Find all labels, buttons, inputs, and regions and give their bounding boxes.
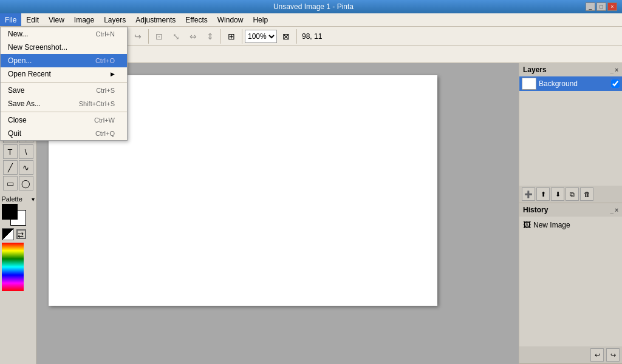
palette-section: Palette ▾ ⇄ xyxy=(2,195,35,291)
layers-panel: Layers _ × Background ➕ ⬆ ⬇ ⧉ 🗑 xyxy=(519,63,622,203)
menu-file[interactable]: File xyxy=(0,13,21,26)
palette-header: Palette ▾ xyxy=(2,195,35,203)
menu-image[interactable]: Image xyxy=(69,13,99,26)
menu-new-screenshot[interactable]: New Screenshot... xyxy=(1,41,127,54)
title-bar-title: Unsaved Image 1 - Pinta xyxy=(273,2,354,11)
menu-quit[interactable]: Quit Ctrl+Q xyxy=(1,127,127,140)
tool-row-7: ╱ ∿ xyxy=(3,160,33,175)
history-panel-minimize[interactable]: _ xyxy=(610,207,614,214)
menu-open-recent[interactable]: Open Recent xyxy=(1,67,127,81)
menu-close[interactable]: Close Ctrl+W xyxy=(1,113,127,127)
move-layer-down-button[interactable]: ⬇ xyxy=(551,187,564,201)
ellipse-tool[interactable]: ◯ xyxy=(19,176,33,190)
history-panel: History _ × 🖼 New Image ↩ ↪ xyxy=(519,203,622,364)
crop-button[interactable]: ⊡ xyxy=(151,29,167,44)
layer-toolbar: ➕ ⬆ ⬇ ⧉ 🗑 xyxy=(519,186,622,203)
history-panel-close[interactable]: × xyxy=(615,207,618,214)
menu-save-as-shortcut: Shift+Ctrl+S xyxy=(79,100,115,107)
layer-thumbnail xyxy=(522,78,536,90)
move-layer-up-button[interactable]: ⬆ xyxy=(536,187,550,201)
swap-colors-btn[interactable]: ⇄ xyxy=(16,229,26,239)
menu-bar: File Edit View Image Layers Adjustments … xyxy=(0,13,622,27)
menu-effects[interactable]: Effects xyxy=(180,13,212,26)
duplicate-layer-button[interactable]: ⧉ xyxy=(566,187,579,201)
menu-close-label: Close xyxy=(8,116,27,124)
toolbar-sep-3 xyxy=(148,29,149,44)
fullscreen-button[interactable]: ⊞ xyxy=(224,29,239,44)
redo-history-button[interactable]: ↪ xyxy=(606,348,620,362)
zoom-fit-button[interactable]: ⊠ xyxy=(278,29,294,44)
rect-shape-tool[interactable]: ▭ xyxy=(3,176,18,190)
menu-edit[interactable]: Edit xyxy=(21,13,44,26)
bezier-tool[interactable]: \ xyxy=(19,144,33,159)
resize-button[interactable]: ⤡ xyxy=(168,29,184,44)
delete-layer-button[interactable]: 🗑 xyxy=(580,187,593,201)
palette-label: Palette xyxy=(2,195,22,203)
layer-visibility-checkbox[interactable] xyxy=(611,79,620,88)
menu-open-recent-label: Open Recent xyxy=(8,70,51,78)
layer-name: Background xyxy=(539,79,609,88)
menu-new-label: New... xyxy=(8,30,28,38)
title-bar-controls[interactable]: _ □ × xyxy=(586,2,617,11)
layers-panel-header: Layers _ × xyxy=(519,63,622,76)
undo-history-button[interactable]: ↩ xyxy=(590,348,604,362)
layers-panel-minimize[interactable]: _ xyxy=(610,67,614,73)
history-panel-header: History _ × xyxy=(519,203,622,217)
file-dropdown: New... Ctrl+N New Screenshot... Open... … xyxy=(0,27,128,141)
redo-button[interactable]: ↪ xyxy=(130,29,146,44)
flip-v-button[interactable]: ⇕ xyxy=(202,29,218,44)
foreground-color-box[interactable] xyxy=(2,204,18,220)
title-bar: Unsaved Image 1 - Pinta _ □ × xyxy=(0,0,622,13)
zoom-select[interactable]: 100% 50% 200% xyxy=(245,30,277,43)
history-content: 🖼 New Image xyxy=(519,217,622,346)
menu-quit-label: Quit xyxy=(8,129,21,138)
flip-h-button[interactable]: ⇔ xyxy=(185,29,201,44)
menu-new[interactable]: New... Ctrl+N xyxy=(1,27,127,41)
menu-adjustments[interactable]: Adjustments xyxy=(131,13,180,26)
curve-tool[interactable]: ∿ xyxy=(19,160,33,175)
menu-save-as[interactable]: Save As... Shift+Ctrl+S xyxy=(1,97,127,110)
tool-row-8: ▭ ◯ xyxy=(3,176,33,190)
right-panels: Layers _ × Background ➕ ⬆ ⬇ ⧉ 🗑 xyxy=(519,63,622,364)
menu-open-shortcut: Ctrl+O xyxy=(95,57,115,64)
history-panel-title: History xyxy=(523,206,548,214)
menu-view[interactable]: View xyxy=(44,13,69,26)
menu-save[interactable]: Save Ctrl+S xyxy=(1,84,127,97)
color-boxes[interactable] xyxy=(2,204,26,226)
history-item-icon: 🖼 xyxy=(523,220,531,229)
menu-open-label: Open... xyxy=(8,56,32,65)
menu-layers[interactable]: Layers xyxy=(99,13,131,26)
menu-sep-2 xyxy=(1,112,127,112)
reset-colors-btn[interactable] xyxy=(2,228,14,240)
layers-content: Background xyxy=(519,76,622,186)
menu-new-shortcut: Ctrl+N xyxy=(96,30,115,38)
history-footer: ↩ ↪ xyxy=(519,346,622,363)
menu-help[interactable]: Help xyxy=(248,13,273,26)
palette-close-btn[interactable]: ▾ xyxy=(32,196,35,203)
menu-save-label: Save xyxy=(8,86,24,95)
text-tool[interactable]: T xyxy=(3,144,18,159)
toolbar-sep-5 xyxy=(242,29,242,44)
color-gradient[interactable] xyxy=(2,243,24,291)
add-layer-button[interactable]: ➕ xyxy=(522,187,535,201)
tool-row-6: T \ xyxy=(3,144,33,159)
menu-close-shortcut: Ctrl+W xyxy=(94,116,115,124)
line-tool[interactable]: ╱ xyxy=(3,160,18,175)
menu-new-screenshot-label: New Screenshot... xyxy=(8,43,67,52)
layers-panel-controls: _ × xyxy=(610,67,618,73)
menu-open[interactable]: Open... Ctrl+O xyxy=(1,54,127,67)
toolbar-sep-6 xyxy=(296,29,297,44)
layers-panel-close[interactable]: × xyxy=(615,67,618,73)
layers-panel-title: Layers xyxy=(523,66,547,74)
history-item[interactable]: 🖼 New Image xyxy=(522,219,620,231)
maximize-button[interactable]: □ xyxy=(596,2,606,11)
menu-save-shortcut: Ctrl+S xyxy=(96,87,115,94)
menu-quit-shortcut: Ctrl+Q xyxy=(95,130,115,137)
menu-window[interactable]: Window xyxy=(213,13,248,26)
cursor-coords: 98, 11 xyxy=(302,32,322,41)
menu-sep-1 xyxy=(1,82,127,83)
history-item-label: New Image xyxy=(533,221,570,229)
close-window-button[interactable]: × xyxy=(607,2,617,11)
minimize-button[interactable]: _ xyxy=(586,2,595,11)
layer-item[interactable]: Background xyxy=(519,76,622,91)
